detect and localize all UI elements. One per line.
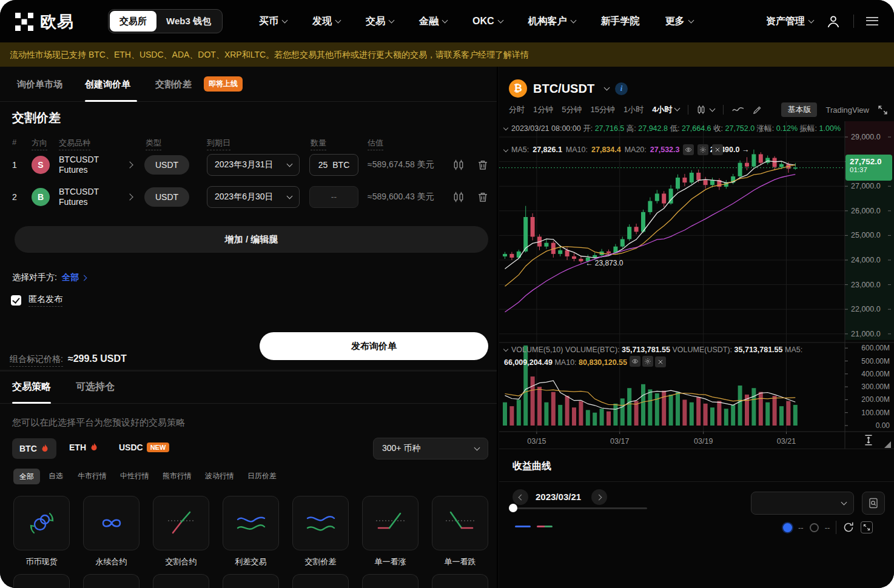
- nav-more[interactable]: 更多: [665, 15, 693, 28]
- prev-date-button[interactable]: [513, 489, 528, 505]
- refresh-icon[interactable]: [842, 521, 855, 533]
- chevron-down-icon[interactable]: [710, 106, 716, 112]
- nav-discover[interactable]: 发现: [312, 15, 340, 28]
- fullscreen-icon[interactable]: [878, 105, 888, 115]
- filter-bull[interactable]: 牛市行情: [78, 471, 107, 481]
- search-doc-button[interactable]: [862, 492, 885, 515]
- card-row2[interactable]: [83, 574, 139, 588]
- tf-time[interactable]: 分时: [509, 104, 525, 115]
- eye-icon[interactable]: [683, 144, 694, 155]
- tab-delivery-spread[interactable]: 交割价差: [155, 79, 192, 90]
- expand-icon[interactable]: [861, 521, 873, 533]
- ma-info: MA5:27,826.1 MA10:27,834.4 MA20:27,532.3: [504, 144, 844, 155]
- tab-trade-strategies[interactable]: 交易策略: [12, 381, 51, 393]
- add-edit-leg-button[interactable]: 增加 / 编辑腿: [15, 226, 488, 253]
- nav-academy[interactable]: 新手学院: [601, 15, 640, 28]
- quantity-input[interactable]: 25BTC: [309, 154, 358, 176]
- tab-optional-positions[interactable]: 可选持仓: [76, 381, 115, 393]
- card-row2[interactable]: [292, 574, 349, 588]
- next-date-button[interactable]: [591, 489, 607, 505]
- filter-neutral[interactable]: 中性行情: [120, 471, 149, 481]
- leg-instrument[interactable]: BTCUSDTFutures: [59, 187, 99, 207]
- card-row2[interactable]: [362, 574, 418, 588]
- draw-tool-icon[interactable]: [753, 105, 762, 115]
- card-futures[interactable]: [153, 496, 209, 550]
- anonymous-checkbox[interactable]: [11, 295, 21, 306]
- card-row2[interactable]: [223, 574, 279, 588]
- card-delivery-spread[interactable]: [292, 496, 349, 550]
- card-spot[interactable]: [13, 496, 70, 550]
- leg-instrument[interactable]: BTCUSDTFutures: [59, 155, 99, 175]
- measure-axis-icon[interactable]: [863, 434, 874, 446]
- delete-leg-icon[interactable]: [477, 191, 489, 203]
- chevron-right-icon[interactable]: [126, 193, 133, 200]
- filter-calendar-spread[interactable]: 日历价差: [247, 471, 277, 481]
- tf-1m[interactable]: 1分钟: [533, 104, 553, 115]
- card-perpetual[interactable]: [83, 496, 139, 550]
- tf-1h[interactable]: 1小时: [623, 104, 644, 115]
- expiry-select[interactable]: 2023年3月31日: [207, 154, 300, 176]
- publish-rfq-button[interactable]: 发布询价单: [260, 332, 488, 360]
- date-slider-thumb[interactable]: [509, 504, 517, 512]
- strategy-select[interactable]: [751, 492, 854, 515]
- close-icon[interactable]: [712, 144, 723, 155]
- counterparty-all-link[interactable]: 全部: [62, 272, 79, 283]
- leg-type-pill[interactable]: USDT: [144, 155, 189, 175]
- toggle-web3-wallet[interactable]: Web3 钱包: [156, 16, 221, 27]
- candlestick-chart[interactable]: 欧易← 23,873.028,490.0 →29,000.028,000.027…: [499, 121, 894, 449]
- radio-selected[interactable]: [783, 523, 792, 532]
- nav-finance[interactable]: 金融: [419, 15, 447, 28]
- quantity-input[interactable]: --: [309, 186, 358, 208]
- date-slider-track[interactable]: [513, 507, 647, 509]
- svg-text:25,000.0: 25,000.0: [851, 231, 881, 239]
- resize-corner[interactable]: [884, 441, 891, 448]
- filter-all[interactable]: 全部: [13, 469, 40, 484]
- candle-style-icon[interactable]: [697, 105, 705, 115]
- filter-volatile[interactable]: 波动行情: [205, 471, 234, 481]
- nav-trade[interactable]: 交易: [366, 15, 394, 28]
- card-row2[interactable]: [432, 574, 488, 588]
- chart-candle-icon[interactable]: [452, 159, 465, 171]
- chevron-down-icon[interactable]: [604, 85, 610, 91]
- basic-version-tab[interactable]: 基本版: [781, 102, 817, 117]
- symbol-name[interactable]: BTC/USDT: [533, 82, 594, 96]
- card-rate-arbitrage[interactable]: [223, 496, 279, 550]
- toggle-exchange[interactable]: 交易所: [110, 11, 156, 32]
- card-single-put[interactable]: [432, 496, 488, 550]
- gear-icon[interactable]: [697, 144, 708, 155]
- tf-5m[interactable]: 5分钟: [562, 104, 582, 115]
- coin-chip-usdc[interactable]: USDC NEW: [119, 443, 169, 452]
- nav-assets[interactable]: 资产管理: [766, 15, 813, 28]
- card-single-call[interactable]: [362, 496, 418, 550]
- card-row2[interactable]: [13, 574, 70, 588]
- card-row2[interactable]: [153, 574, 209, 588]
- tf-15m[interactable]: 15分钟: [590, 104, 614, 115]
- filter-favorites[interactable]: 自选: [49, 471, 63, 481]
- expiry-select[interactable]: 2023年6月30日: [207, 186, 300, 208]
- radio-unselected[interactable]: [810, 523, 819, 532]
- coin-chip-eth[interactable]: ETH: [69, 443, 98, 452]
- nav-buy-crypto[interactable]: 买币: [259, 15, 287, 28]
- nav-okc[interactable]: OKC: [472, 16, 503, 27]
- close-icon[interactable]: [655, 356, 666, 367]
- brand[interactable]: 欧易: [15, 11, 74, 33]
- filter-bear[interactable]: 熊市行情: [163, 471, 192, 481]
- coin-count-dropdown[interactable]: 300+ 币种: [373, 438, 488, 459]
- delete-leg-icon[interactable]: [477, 159, 489, 171]
- nav-institutional[interactable]: 机构客户: [528, 15, 576, 28]
- menu-icon[interactable]: [866, 17, 878, 25]
- leg-type-pill[interactable]: USDT: [144, 187, 189, 207]
- line-chart-icon[interactable]: [732, 106, 744, 113]
- svg-text:03/21: 03/21: [777, 437, 796, 446]
- tab-rfq-market[interactable]: 询价单市场: [17, 79, 62, 90]
- user-profile-icon[interactable]: [825, 13, 841, 29]
- chevron-right-icon[interactable]: [126, 161, 133, 168]
- tab-create-rfq[interactable]: 创建询价单: [85, 79, 130, 90]
- eye-icon[interactable]: [630, 356, 640, 367]
- tf-4h-active[interactable]: 4小时: [652, 104, 679, 115]
- chart-candle-icon[interactable]: [452, 191, 465, 203]
- coin-chip-btc[interactable]: BTC: [12, 438, 56, 459]
- gear-icon[interactable]: [642, 356, 653, 367]
- info-icon[interactable]: i: [615, 82, 628, 95]
- tradingview-tab[interactable]: TradingView: [825, 105, 869, 115]
